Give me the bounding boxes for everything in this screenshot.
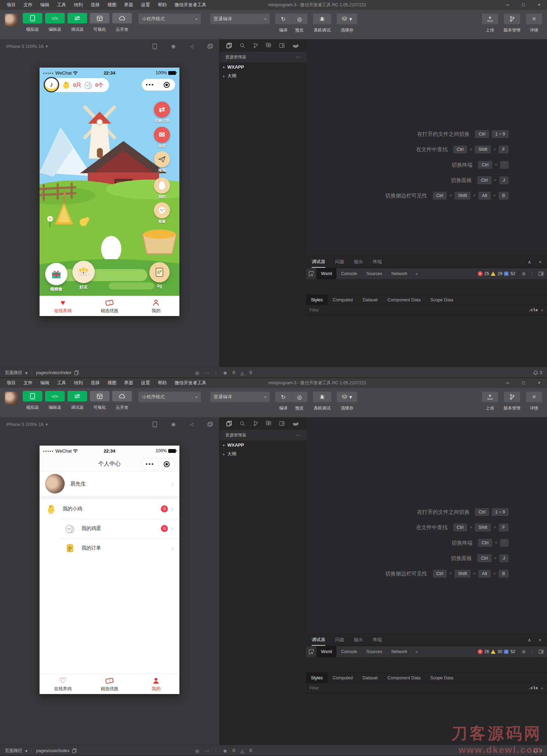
- music-icon[interactable]: ♪: [44, 77, 59, 92]
- version-manage-button[interactable]: 版本管理: [504, 13, 520, 33]
- tree-item-wxapp[interactable]: ▸ WXAPP: [220, 440, 306, 449]
- devtools-settings-icon[interactable]: ⚙: [522, 271, 526, 276]
- menu-help[interactable]: 帮助: [154, 380, 171, 386]
- warning-count[interactable]: 30: [497, 649, 502, 654]
- error-count[interactable]: 26: [484, 649, 489, 654]
- add-style-icon[interactable]: +: [541, 307, 544, 313]
- dock-side-icon[interactable]: [539, 650, 544, 654]
- screenshot-icon[interactable]: [207, 422, 213, 427]
- float-moments[interactable]: ✉ 动态: [152, 127, 172, 148]
- devtools-settings-icon[interactable]: ⚙: [522, 649, 526, 654]
- dock-side-icon[interactable]: [539, 272, 544, 276]
- search-icon[interactable]: [240, 43, 245, 48]
- rotate-device-icon[interactable]: [152, 421, 157, 427]
- dataset-tab[interactable]: Dataset: [358, 295, 383, 305]
- minimize-button[interactable]: ─: [500, 378, 516, 388]
- eye-icon[interactable]: ◎: [195, 748, 199, 754]
- copy-icon[interactable]: [72, 748, 77, 753]
- close-panel-icon[interactable]: ×: [539, 259, 541, 265]
- remote-debug-button[interactable]: [313, 14, 331, 24]
- devtab-wxml[interactable]: Wxml: [317, 646, 336, 657]
- float-mine[interactable]: 我的: [152, 177, 172, 199]
- device-selector[interactable]: iPhone 5 100% 16: [6, 422, 43, 427]
- page-path-value[interactable]: pages/user/index: [36, 748, 69, 753]
- devtab-console[interactable]: Console: [336, 646, 362, 657]
- preview-button[interactable]: ◎: [291, 392, 307, 402]
- bell-icon[interactable]: [533, 370, 538, 375]
- tab-deals[interactable]: 精选优惠: [86, 296, 133, 316]
- tab-debugger[interactable]: 调试器: [312, 259, 325, 268]
- add-style-icon[interactable]: +: [541, 685, 544, 691]
- menu-settings[interactable]: 设置: [137, 2, 154, 8]
- cls-toggle[interactable]: .cls: [528, 308, 538, 312]
- message-count[interactable]: 52: [510, 649, 515, 654]
- styles-filter-input[interactable]: [310, 686, 525, 691]
- copy-icon[interactable]: [74, 370, 79, 375]
- tab-terminal[interactable]: 终端: [373, 637, 382, 643]
- record-icon[interactable]: ◉: [171, 43, 176, 49]
- close-button[interactable]: ×: [531, 378, 547, 388]
- eye-icon[interactable]: ◎: [195, 370, 199, 376]
- device-selector[interactable]: iPhone 5 100% 16: [6, 44, 43, 49]
- compile-mode-dropdown[interactable]: 普通编译 ▾: [210, 392, 270, 402]
- window-icon[interactable]: [279, 43, 285, 48]
- tree-item-outline[interactable]: ▸ 大纲: [220, 71, 306, 80]
- more-vertical-icon[interactable]: ⋮: [530, 649, 535, 654]
- more-icon[interactable]: ⋯: [296, 433, 300, 438]
- cloud-dev-toggle[interactable]: 云开发: [111, 13, 133, 33]
- close-miniprogram-button[interactable]: [158, 461, 175, 467]
- compile-button[interactable]: ↻: [275, 14, 291, 24]
- tab-mine[interactable]: 我的: [133, 296, 179, 316]
- menu-select[interactable]: 选择: [87, 380, 104, 386]
- more-menu-button[interactable]: •••: [142, 462, 158, 466]
- scope-data-tab[interactable]: Scope Data: [425, 673, 458, 683]
- files-icon[interactable]: [226, 43, 232, 48]
- tab-debugger[interactable]: 调试器: [312, 637, 325, 646]
- user-avatar[interactable]: [5, 14, 17, 26]
- inspect-element-button[interactable]: [306, 268, 317, 279]
- error-status-count[interactable]: 0: [233, 748, 235, 753]
- inspect-element-button[interactable]: [306, 646, 317, 657]
- profile-row[interactable]: 易先生 ›: [40, 472, 179, 499]
- debugger-toggle[interactable]: 调试器: [66, 391, 88, 411]
- devtab-network[interactable]: Network: [387, 646, 412, 657]
- tab-terminal[interactable]: 终端: [373, 259, 382, 265]
- menu-interface[interactable]: 界面: [120, 380, 137, 386]
- compile-mode-dropdown[interactable]: 普通编译 ▾: [210, 14, 270, 24]
- page-path-selector[interactable]: 页面路径: [5, 748, 22, 754]
- error-status-count[interactable]: 0: [233, 370, 235, 375]
- window-icon[interactable]: [279, 421, 285, 426]
- dataset-tab[interactable]: Dataset: [358, 673, 383, 683]
- notification-count[interactable]: 3: [540, 370, 542, 375]
- minimize-button[interactable]: ─: [500, 0, 516, 10]
- devtab-network[interactable]: Network: [387, 268, 412, 279]
- devtab-sources[interactable]: Sources: [362, 268, 387, 279]
- simulator-toggle[interactable]: 模拟器: [22, 13, 43, 33]
- menu-edit[interactable]: 编辑: [36, 380, 53, 386]
- collapse-panel-icon[interactable]: ∧: [528, 259, 531, 265]
- files-icon[interactable]: [226, 421, 232, 426]
- component-data-tab[interactable]: Component Data: [383, 673, 426, 683]
- maximize-button[interactable]: □: [516, 0, 531, 10]
- menu-edit[interactable]: 编辑: [36, 2, 53, 8]
- styles-tab[interactable]: Styles: [306, 673, 328, 683]
- more-vertical-icon[interactable]: ⋮: [530, 271, 535, 276]
- tab-farm[interactable]: ♡ 在线养鸡: [40, 674, 86, 694]
- user-avatar[interactable]: [5, 392, 17, 404]
- debugger-toggle[interactable]: 调试器: [66, 13, 88, 33]
- clear-cache-button[interactable]: ▾: [337, 14, 357, 24]
- simulator-toggle[interactable]: 模拟器: [22, 391, 43, 411]
- mode-dropdown[interactable]: 小程序模式 ▾: [138, 14, 201, 24]
- maximize-button[interactable]: □: [516, 378, 531, 388]
- tree-item-outline[interactable]: ▸ 大纲: [220, 449, 306, 458]
- menu-project[interactable]: 项目: [3, 2, 20, 8]
- version-manage-button[interactable]: 版本管理: [504, 391, 520, 411]
- upload-button[interactable]: 上传: [482, 13, 498, 33]
- record-icon[interactable]: ◉: [171, 421, 176, 427]
- error-count[interactable]: 25: [484, 271, 489, 276]
- overflow-tabs-icon[interactable]: »: [412, 271, 421, 276]
- rotate-device-icon[interactable]: [152, 43, 157, 49]
- tab-problems[interactable]: 问题: [335, 259, 344, 265]
- close-button[interactable]: ×: [531, 0, 547, 10]
- menu-row-my-orders[interactable]: 我的订单 ›: [40, 538, 179, 558]
